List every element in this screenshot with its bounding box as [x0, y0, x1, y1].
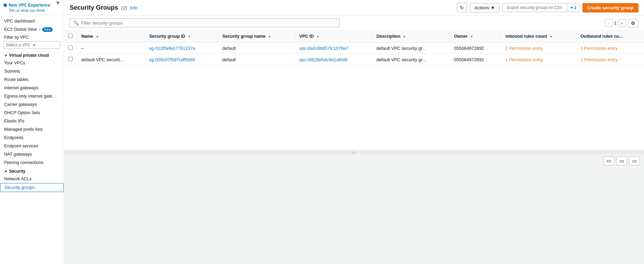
col-sg-name[interactable]: Security group name ▼ — [218, 31, 295, 42]
sidebar-item-vpc-dashboard[interactable]: VPC dashboard — [0, 17, 64, 25]
col-vpc-id[interactable]: VPC ID ▼ — [295, 31, 372, 42]
sidebar-item-security-groups[interactable]: Security groups — [0, 183, 64, 192]
sidebar-item-endpoint-services[interactable]: Endpoint services — [0, 142, 64, 150]
sidebar-item-ec2-global-view[interactable]: EC2 Global View ↗ New — [0, 25, 64, 34]
sidebar-item-subnets[interactable]: Subnets — [0, 67, 64, 75]
inbound-count-1[interactable]: 1 Permission entry — [506, 57, 543, 62]
cell-desc-0: default VPC security gr... — [372, 42, 450, 54]
sidebar-item-your-vpcs[interactable]: Your VPCs — [0, 59, 64, 67]
row-checkbox[interactable] — [68, 57, 73, 61]
col-inbound[interactable]: Inbound rules count ▼ — [501, 31, 576, 42]
filter-vpc-select[interactable]: Select a VPC ▼ — [3, 41, 60, 49]
refresh-button[interactable]: ↻ — [457, 3, 467, 12]
sort-owner-icon: ▼ — [470, 35, 473, 38]
page-count: (2) — [121, 5, 127, 11]
sidebar-item-nat-gateways[interactable]: NAT gateways — [0, 150, 64, 158]
outbound-count-0[interactable]: 1 Permission entry — [580, 46, 618, 51]
sort-inbound-icon: ▼ — [550, 35, 553, 38]
actions-dropdown-icon: ▼ — [491, 5, 495, 10]
view-btn-3[interactable]: ▭ — [629, 156, 640, 165]
sidebar-item-egress-only-gateways[interactable]: Egress-only internet gateways — [0, 92, 64, 100]
sidebar-top: New VPC Experience ▼ Tell us what you th… — [0, 0, 64, 15]
filter-bar-right: ‹ 1 › ⚙ — [605, 19, 638, 27]
cell-outbound-1: 1 Permission entry — [576, 54, 644, 65]
section-arrow-vpc: ▼ — [4, 54, 8, 57]
external-link-icon: ↗ — [38, 28, 41, 31]
new-badge: New — [42, 27, 53, 32]
col-name[interactable]: Name ▼ — [77, 31, 145, 42]
filter-vpc-placeholder: Select a VPC — [6, 43, 31, 47]
cell-outbound-0: 1 Permission entry — [576, 42, 644, 54]
ec2-global-view-label: EC2 Global View — [4, 27, 37, 32]
bottom-panel-toolbar: ▭ ▭ ▭ — [64, 154, 644, 167]
export-csv-button[interactable]: Export security groups to CSV — [503, 3, 567, 12]
page-title: Security Groups (2) — [70, 4, 127, 11]
close-icon[interactable]: ▼ — [55, 0, 60, 6]
outbound-count-1[interactable]: 1 Permission entry — [580, 57, 618, 62]
row-checkbox[interactable] — [68, 45, 73, 50]
sidebar-item-endpoints[interactable]: Endpoints — [0, 134, 64, 142]
prev-page-button[interactable]: ‹ — [605, 19, 612, 27]
page-title-text: Security Groups — [70, 4, 118, 11]
view-btn-2[interactable]: ▭ — [616, 156, 627, 165]
sg-id-link-0[interactable]: sg-012f5efeb7761237e — [149, 46, 195, 51]
cell-sgname-1: default — [218, 54, 295, 65]
filter-bar: 🔍 ‹ 1 › ⚙ — [64, 16, 644, 31]
vpc-id-link-1[interactable]: vpc-0f628e5dc9d1af0d9 — [299, 57, 348, 62]
search-input[interactable] — [81, 20, 336, 26]
sidebar: New VPC Experience ▼ Tell us what you th… — [0, 0, 64, 264]
col-owner[interactable]: Owner ▼ — [450, 31, 501, 42]
sidebar-nav: VPC dashboard EC2 Global View ↗ New Filt… — [0, 15, 64, 264]
main-content: Security Groups (2) Info ↻ Actions ▼ Exp… — [64, 0, 644, 264]
view-icon-1: ▭ — [607, 158, 611, 164]
cell-sgname-0: default — [218, 42, 295, 54]
view-icon-2: ▭ — [619, 158, 624, 164]
pagination-controls: ‹ 1 › — [605, 19, 626, 27]
cell-owner-1: 055064972692 — [450, 54, 501, 65]
actions-label: Actions — [474, 5, 489, 10]
vpc-dot — [3, 3, 7, 7]
panel-drag-handle[interactable]: ≡ — [64, 151, 644, 154]
col-sg-id[interactable]: Security group ID ▼ — [145, 31, 218, 42]
vpc-badge: New VPC Experience — [3, 3, 50, 8]
sort-sgname-icon: ▼ — [268, 35, 271, 38]
cell-owner-0: 055064972692 — [450, 42, 501, 54]
sidebar-item-network-acls[interactable]: Network ACLs — [0, 175, 64, 183]
table-row: default VPC securit... sg-020c07f5d7cdf5… — [64, 54, 644, 65]
export-dropdown-icon: ▼ — [570, 6, 574, 10]
page-number: 1 — [614, 20, 616, 26]
search-box: 🔍 — [70, 18, 340, 28]
table-header-row: Name ▼ Security group ID ▼ Security grou… — [64, 31, 644, 42]
sidebar-subtitle[interactable]: Tell us what you think — [3, 8, 60, 12]
filter-vpc-label: Filter by VPC: — [0, 34, 64, 40]
vpc-id-link-0[interactable]: vpc-0a0c8b657fc1078e7 — [299, 46, 348, 51]
cell-sgid-1: sg-020c07f5d7cdf5668 — [145, 54, 218, 65]
actions-button[interactable]: Actions ▼ — [470, 3, 500, 12]
column-settings-button[interactable]: ⚙ — [628, 19, 638, 27]
sidebar-item-managed-prefix-lists[interactable]: Managed prefix lists — [0, 125, 64, 134]
select-all-checkbox[interactable] — [68, 34, 73, 38]
sidebar-item-route-tables[interactable]: Route tables — [0, 75, 64, 84]
col-description[interactable]: Description ▼ — [372, 31, 450, 42]
sidebar-item-dhcp-option-sets[interactable]: DHCP Option Sets — [0, 109, 64, 117]
sidebar-section-vpc[interactable]: ▼ Virtual private cloud — [0, 51, 64, 59]
sidebar-item-peering-connections[interactable]: Peering connections — [0, 158, 64, 167]
col-outbound[interactable]: Outbound rules co... — [576, 31, 644, 42]
inbound-count-0[interactable]: 1 Permission entry — [506, 46, 543, 51]
refresh-icon: ↻ — [460, 5, 464, 10]
sg-id-link-1[interactable]: sg-020c07f5d7cdf5668 — [149, 57, 195, 62]
search-icon: 🔍 — [73, 20, 79, 26]
info-link[interactable]: Info — [130, 5, 137, 10]
export-btn-area: Export security groups to CSV ▼ 2 — [502, 3, 580, 12]
sidebar-item-carrier-gateways[interactable]: Carrier gateways — [0, 100, 64, 109]
export-dropdown-button[interactable]: ▼ 2 — [567, 3, 579, 12]
sidebar-item-elastic-ips[interactable]: Elastic IPs — [0, 117, 64, 125]
security-groups-table: Name ▼ Security group ID ▼ Security grou… — [64, 31, 644, 65]
view-btn-1[interactable]: ▭ — [603, 156, 614, 165]
cell-inbound-1: 1 Permission entry — [501, 54, 576, 65]
next-page-button[interactable]: › — [618, 19, 626, 27]
sidebar-section-security[interactable]: ▼ Security — [0, 167, 64, 175]
create-security-group-button[interactable]: Create security group — [582, 3, 638, 12]
sidebar-item-internet-gateways[interactable]: Internet gateways — [0, 84, 64, 92]
row-checkbox-cell — [64, 54, 77, 65]
